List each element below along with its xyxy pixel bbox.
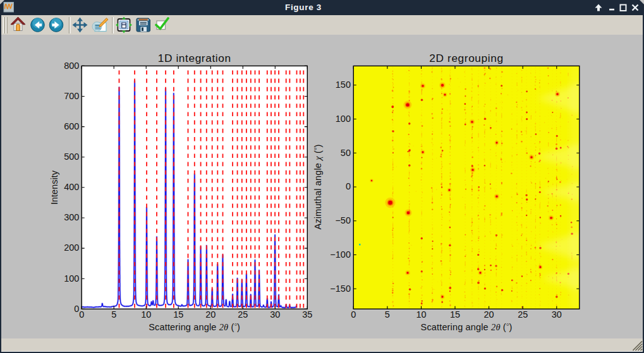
svg-text:−100: −100 [330,249,351,260]
svg-text:Scattering angle 2θ (°): Scattering angle 2θ (°) [149,322,240,332]
svg-text:25: 25 [518,309,528,320]
svg-text:35: 35 [302,309,312,320]
svg-text:600: 600 [64,121,79,131]
svg-text:10: 10 [141,309,151,320]
svg-text:400: 400 [64,182,79,192]
svg-text:Scattering angle 2θ (°): Scattering angle 2θ (°) [421,322,513,332]
svg-text:150: 150 [336,80,351,90]
svg-text:1D integration: 1D integration [158,52,231,64]
svg-text:Figure 3: Figure 3 [285,3,322,12]
svg-text:100: 100 [64,273,79,284]
svg-text:−150: −150 [330,284,351,294]
svg-text:0: 0 [346,181,351,191]
svg-text:700: 700 [64,91,79,101]
svg-text:25: 25 [238,309,248,320]
svg-text:50: 50 [341,148,351,158]
svg-text:500: 500 [64,152,79,162]
svg-text:100: 100 [336,114,351,124]
svg-text:Intensity: Intensity [49,170,59,205]
svg-text:300: 300 [64,212,79,222]
svg-text:15: 15 [173,309,183,320]
svg-text:0: 0 [351,309,356,320]
svg-text:Azimuthal angle χ (°): Azimuthal angle χ (°) [313,145,323,230]
svg-text:20: 20 [205,309,216,320]
svg-text:0: 0 [74,304,79,314]
svg-text:−50: −50 [335,215,351,225]
svg-text:20: 20 [484,309,494,320]
svg-text:2D regrouping: 2D regrouping [429,52,503,64]
svg-text:5: 5 [111,309,116,320]
svg-text:0: 0 [79,309,84,320]
svg-text:30: 30 [270,309,280,320]
svg-text:200: 200 [64,242,79,253]
svg-text:15: 15 [450,309,460,320]
svg-text:800: 800 [64,61,79,71]
svg-text:10: 10 [416,309,426,320]
svg-text:5: 5 [385,309,390,320]
svg-text:30: 30 [552,309,562,320]
